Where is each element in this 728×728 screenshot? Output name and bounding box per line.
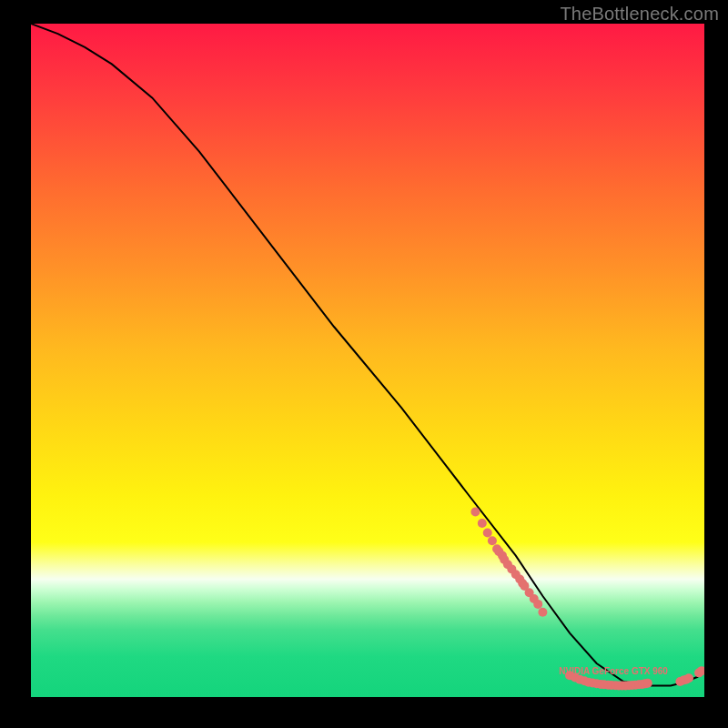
data-point: [488, 536, 497, 545]
data-point: [483, 528, 492, 537]
data-point: [538, 608, 547, 617]
data-point: [684, 673, 693, 682]
series-label: NVIDIA GeForce GTX 960: [559, 666, 668, 676]
bottleneck-curve: [31, 24, 704, 685]
data-point: [478, 519, 487, 528]
curve-layer: NVIDIA GeForce GTX 960: [31, 24, 704, 697]
plot-area: NVIDIA GeForce GTX 960: [31, 24, 704, 697]
data-point: [533, 600, 542, 609]
data-point: [643, 679, 652, 688]
data-point: [470, 508, 480, 517]
watermark-text: TheBottleneck.com: [560, 4, 719, 25]
chart-stage: NVIDIA GeForce GTX 960 TheBottleneck.com: [0, 0, 728, 728]
